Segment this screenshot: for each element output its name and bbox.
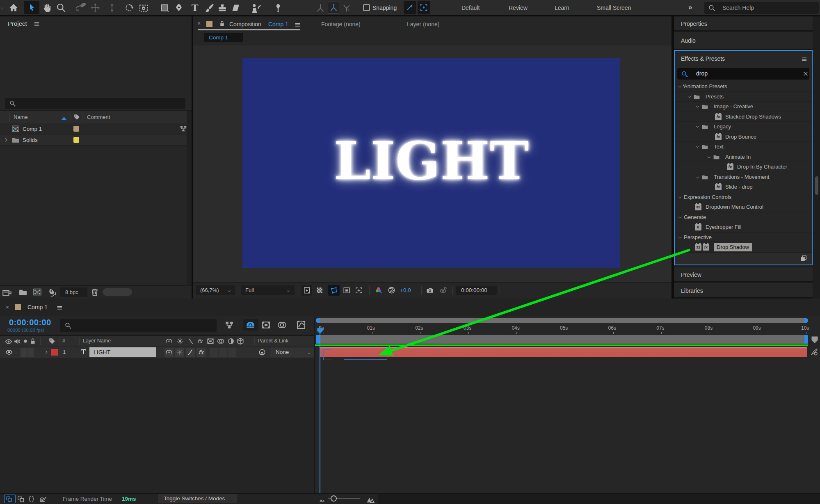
channel-icon[interactable]: [375, 286, 382, 294]
roto-brush-tool-icon[interactable]: [250, 3, 261, 14]
tree-item-expression-controls[interactable]: Expression Controls: [675, 192, 812, 203]
layer-quality-icon[interactable]: [187, 349, 194, 356]
mask-visibility-button[interactable]: [328, 285, 340, 296]
tree-item-drop-shadow[interactable]: 32fxDrop Shadow: [675, 242, 812, 253]
new-animation-preset-icon[interactable]: [800, 255, 807, 262]
project-panel-menu-icon[interactable]: [34, 21, 40, 27]
transparency-grid-icon[interactable]: [316, 287, 323, 294]
layer-duration-bar[interactable]: [320, 347, 807, 357]
shy-toggle-button[interactable]: [243, 319, 258, 331]
timeline-ruler[interactable]: 0s01s02s03s04s05s06s07s08s09s10s: [315, 324, 820, 335]
layer-expand-chevron-icon[interactable]: [44, 350, 49, 355]
snapshot-icon[interactable]: [426, 286, 434, 294]
chevron-down-icon[interactable]: [678, 84, 682, 89]
chevron-down-icon[interactable]: [695, 175, 700, 180]
selection-tool[interactable]: [24, 1, 39, 14]
bit-depth-button[interactable]: 8 bpc: [60, 287, 87, 297]
timeline-search-box[interactable]: [60, 319, 217, 332]
tree-item-animate-in[interactable]: Animate In: [675, 152, 812, 162]
tree-item-perspective[interactable]: Perspective: [675, 233, 812, 243]
work-area-start[interactable]: [316, 335, 320, 344]
trash-icon[interactable]: [90, 287, 99, 296]
parent-pickwhip-icon[interactable]: [258, 349, 266, 356]
clear-search-icon[interactable]: [803, 71, 809, 77]
tree-item-image-creative[interactable]: Image - Creative: [675, 102, 812, 112]
puppet-pin-tool-icon[interactable]: [273, 3, 283, 13]
tree-item-generate[interactable]: Generate: [675, 212, 812, 223]
zoom-tool-icon[interactable]: [56, 3, 66, 13]
fast-previews-button[interactable]: [302, 285, 312, 296]
workspace-tab-review[interactable]: Review: [509, 5, 528, 11]
viewer-tab-comp-name[interactable]: Comp 1: [268, 21, 288, 27]
layer-shy-icon[interactable]: [165, 349, 173, 356]
hand-tool-icon[interactable]: [42, 3, 52, 13]
chevron-down-icon[interactable]: [687, 95, 692, 99]
chevron-down-icon[interactable]: [707, 155, 711, 160]
tree-item-drop-in-by-character[interactable]: fxDrop In By Character: [675, 162, 812, 172]
flowchart-icon[interactable]: [180, 125, 187, 132]
layer-name-column-label[interactable]: Layer Name: [83, 338, 111, 344]
dolly-tool-icon[interactable]: [107, 3, 116, 12]
view-axis-mode-icon[interactable]: [342, 4, 351, 13]
layer-color-swatch[interactable]: [51, 349, 58, 356]
exposure-icon[interactable]: [388, 286, 395, 294]
motion-blur-icon[interactable]: [277, 320, 287, 330]
tree-item-transitions-movement[interactable]: Transitions - Movement: [675, 172, 812, 182]
viewer-tab-layer[interactable]: Layer (none): [407, 21, 439, 27]
navigator-start-handle[interactable]: [316, 318, 320, 323]
layer-collapse-icon[interactable]: [176, 349, 183, 356]
timeline-tab-close[interactable]: ×: [6, 304, 9, 310]
zoom-in-mountain-icon[interactable]: [366, 496, 375, 504]
playhead-head[interactable]: [316, 327, 324, 335]
guides-icon[interactable]: [355, 287, 363, 294]
effects-presets-menu-icon[interactable]: [801, 56, 807, 62]
properties-panel-header[interactable]: Properties: [674, 16, 813, 30]
graph-editor-icon[interactable]: [296, 320, 306, 330]
snap-frame-button[interactable]: [418, 1, 430, 14]
work-area-end[interactable]: [804, 335, 808, 344]
tree-item-slide-drop[interactable]: fxSlide - drop: [675, 182, 812, 192]
work-area-bar[interactable]: [316, 335, 808, 344]
clone-stamp-tool-icon[interactable]: [217, 3, 227, 13]
new-composition-icon[interactable]: [33, 287, 42, 296]
world-axis-mode[interactable]: [328, 2, 339, 14]
help-search-box[interactable]: Search Help: [704, 2, 819, 14]
zoom-out-mountain-icon[interactable]: [319, 497, 325, 503]
timeline-navigator-bar[interactable]: [316, 318, 808, 323]
viewer-panel-menu-icon[interactable]: [295, 22, 301, 28]
timeline-timecode[interactable]: 0:00:00:00: [9, 318, 51, 327]
snapping-checkbox[interactable]: [363, 4, 370, 11]
viewer-tab-title[interactable]: Composition: [229, 21, 261, 27]
expand-layer-switches-icon[interactable]: [6, 496, 12, 502]
navigator-end-handle[interactable]: [804, 318, 808, 323]
tree-item-drop-bounce[interactable]: fxDrop Bounce: [675, 132, 812, 142]
tree-item-text[interactable]: Text: [675, 142, 812, 152]
camera-tool-icon[interactable]: [139, 3, 148, 13]
region-of-interest-icon[interactable]: [343, 287, 350, 294]
viewer-canvas[interactable]: LIGHT: [193, 46, 672, 282]
show-snapshot-icon[interactable]: [439, 286, 447, 294]
timeline-panel-menu-icon[interactable]: [57, 305, 63, 311]
project-scrollbar[interactable]: [187, 111, 192, 286]
type-tool-icon[interactable]: T: [190, 3, 200, 13]
chevron-down-icon[interactable]: [695, 105, 700, 109]
tree-item-dropdown-menu-control[interactable]: 32Dropdown Menu Control: [675, 202, 812, 212]
tree-item-legacy[interactable]: Legacy: [675, 122, 812, 132]
libraries-panel-header[interactable]: Libraries: [674, 283, 813, 297]
viewer-timecode[interactable]: 0:00:00:00: [456, 286, 497, 295]
frame-blend-icon[interactable]: [261, 320, 271, 330]
chevron-down-icon[interactable]: [678, 215, 682, 220]
layer-visibility-icon[interactable]: [5, 349, 13, 356]
chevron-down-icon[interactable]: [695, 145, 700, 149]
local-axis-mode-icon[interactable]: [316, 4, 325, 13]
parent-link-column-label[interactable]: Parent & Link: [258, 338, 288, 344]
label-color-swatch[interactable]: [73, 126, 79, 132]
viewer-tab-footage[interactable]: Footage (none): [321, 21, 361, 27]
project-column-name[interactable]: Name: [14, 114, 28, 120]
project-column-comment[interactable]: Comment: [87, 114, 110, 120]
pen-tool-icon[interactable]: [174, 3, 184, 13]
comp-button-icon[interactable]: [810, 348, 818, 356]
layer-row[interactable]: 1 T LIGHT fx None: [0, 347, 314, 358]
home-tool-icon[interactable]: [9, 3, 18, 12]
timeline-zoom-slider-knob[interactable]: [331, 495, 337, 502]
